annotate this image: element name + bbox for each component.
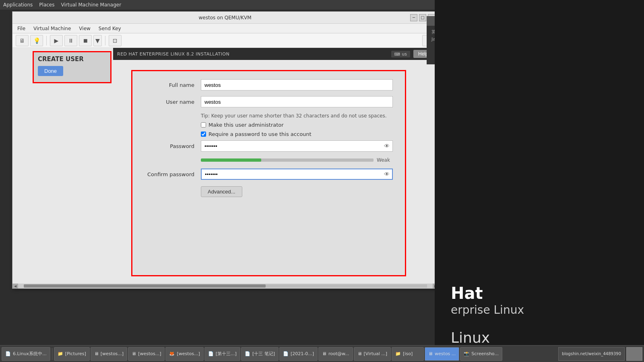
tip-row: Tip: Keep your user name shorter than 32… xyxy=(201,113,393,119)
menu-view[interactable]: View xyxy=(76,25,93,32)
toolbar-display-btn[interactable]: 🖥 xyxy=(16,35,29,46)
taskbar-item-3[interactable]: 🦊 [westos...] xyxy=(165,347,203,361)
taskbar-label-0: [Pictures] xyxy=(65,351,86,356)
taskbar-icon-1: 🖥 xyxy=(94,351,99,356)
rhel-title: RED HAT ENTERPRISE LINUX 8.2 INSTALLATIO… xyxy=(117,51,229,57)
toolbar-separator2 xyxy=(105,36,105,45)
user-name-label: User name xyxy=(144,99,201,105)
confirm-password-input[interactable] xyxy=(201,169,393,180)
strength-bar-fill xyxy=(201,158,261,162)
password-input-wrap: 👁 xyxy=(201,140,393,152)
taskbar-icon-6: 📄 xyxy=(283,351,289,356)
confirm-password-wrap: 👁 xyxy=(201,169,393,180)
rh-linux-text: Linux xyxy=(451,329,490,346)
taskbar-item-7[interactable]: 🖥 root@w... xyxy=(318,347,353,361)
confirm-password-eye-icon[interactable]: 👁 xyxy=(384,171,390,177)
advanced-button[interactable]: Advanced... xyxy=(201,186,242,197)
taskbar-preview[interactable] xyxy=(626,347,642,361)
taskbar-item-10[interactable]: 🖥 westos ... xyxy=(425,347,459,361)
password-label: Password xyxy=(144,143,201,149)
require-password-row: Require a password to use this account xyxy=(201,131,393,137)
taskbar-icon-2: 🖥 xyxy=(132,351,136,356)
scroll-left-arrow[interactable]: ◀ xyxy=(12,284,18,288)
qemu-toolbar: 🖥 💡 ▶ ⏸ ⏹ ▼ ⊡ ✛ xyxy=(12,33,438,48)
taskbar-sidebar-text: 6.Linux系统中... xyxy=(13,351,47,357)
taskbar-label-7: root@w... xyxy=(328,351,349,356)
qemu-title: westos on QEMU/KVM xyxy=(40,15,410,21)
taskbar-right: blogshin.net/weixin_4489390 xyxy=(558,347,642,361)
toolbar-pause-btn[interactable]: ⏸ xyxy=(64,35,77,46)
create-user-section: CREATE USER Done xyxy=(33,51,111,83)
menu-file[interactable]: File xyxy=(14,25,29,32)
taskbar-item-11[interactable]: 📸 Screensho... xyxy=(460,347,502,361)
rh-enterprise-text: erprise Linux xyxy=(451,303,524,317)
taskbar-icon-10: 🖥 xyxy=(428,351,433,356)
toolbar-lamp-btn[interactable]: 💡 xyxy=(30,35,43,46)
taskbar-item-5[interactable]: 📄 [十三 笔记] xyxy=(241,347,279,361)
admin-checkbox-row: Make this user administrator xyxy=(201,122,393,128)
strength-bar-bg xyxy=(201,158,374,162)
taskbar-sidebar-label: 📄 xyxy=(5,351,11,356)
taskbar-item-0[interactable]: 📁 [Pictures] xyxy=(54,347,90,361)
taskbar-label-5: [十三 笔记] xyxy=(252,351,275,357)
taskbar-icon-0: 📁 xyxy=(58,351,63,356)
taskbar: 📄 6.Linux系统中... 📁 [Pictures] 🖥 [westos..… xyxy=(0,345,644,362)
taskbar-label-10: westos ... xyxy=(435,351,456,356)
password-row: Password 👁 xyxy=(144,140,393,152)
places-menu[interactable]: Places xyxy=(39,2,54,8)
scrollbar-track[interactable] xyxy=(24,284,427,288)
system-bar-left: Applications Places Virtual Machine Mana… xyxy=(3,2,121,8)
menu-vm[interactable]: Virtual Machine xyxy=(30,25,74,32)
taskbar-item-sidebar[interactable]: 📄 6.Linux系统中... xyxy=(2,347,50,361)
website-text: blogshin.net/weixin_4489390 xyxy=(562,352,621,356)
taskbar-label-1: [westos...] xyxy=(101,351,124,356)
keyboard-lang: us xyxy=(402,51,407,57)
taskbar-separator xyxy=(52,348,52,360)
taskbar-label-8: [Virtual ...] xyxy=(364,351,388,356)
tip-text: Tip: Keep your user name shorter than 32… xyxy=(201,113,387,119)
scrollbar-thumb[interactable] xyxy=(24,284,266,288)
apps-menu[interactable]: Applications xyxy=(3,2,33,8)
password-input[interactable] xyxy=(201,140,393,152)
taskbar-label-11: Screensho... xyxy=(471,351,499,356)
qemu-window: westos on QEMU/KVM ─ □ ✕ File Virtual Ma… xyxy=(12,11,439,289)
full-name-input[interactable] xyxy=(201,79,393,90)
toolbar-stop-btn[interactable]: ⏹ xyxy=(79,35,92,46)
user-name-row: User name xyxy=(144,96,393,107)
taskbar-icon-9: 📁 xyxy=(395,351,401,356)
toolbar-dropdown-btn[interactable]: ▼ xyxy=(93,35,102,46)
taskbar-item-1[interactable]: 🖥 [westos...] xyxy=(91,347,127,361)
keyboard-indicator[interactable]: ⌨ us xyxy=(391,51,410,58)
minimize-button[interactable]: ─ xyxy=(410,14,417,21)
taskbar-icon-3: 🦊 xyxy=(169,351,175,356)
taskbar-website[interactable]: blogshin.net/weixin_4489390 xyxy=(558,347,625,361)
user-name-input[interactable] xyxy=(201,96,393,107)
confirm-password-row: Confirm password 👁 xyxy=(144,169,393,180)
maximize-button[interactable]: □ xyxy=(419,14,426,21)
taskbar-item-8[interactable]: 🖥 [Virtual ...] xyxy=(354,347,391,361)
strength-label: Weak xyxy=(377,157,393,163)
vmm-menu[interactable]: Virtual Machine Manager xyxy=(61,2,121,8)
taskbar-icon-11: 📸 xyxy=(464,351,469,356)
taskbar-label-9: [iso] xyxy=(403,351,413,356)
toolbar-display2-btn[interactable]: ⊡ xyxy=(109,35,122,46)
scrollbar[interactable]: ◀ ▶ xyxy=(12,284,438,288)
taskbar-item-2[interactable]: 🖥 [westos...] xyxy=(128,347,165,361)
require-password-checkbox[interactable] xyxy=(201,132,206,137)
admin-checkbox[interactable] xyxy=(201,122,206,128)
menu-sendkey[interactable]: Send Key xyxy=(95,25,124,32)
taskbar-icon-8: 🖥 xyxy=(357,351,362,356)
rh-hat-text: Hat xyxy=(451,284,524,303)
taskbar-item-4[interactable]: 📄 [第十三...] xyxy=(204,347,240,361)
toolbar-run-btn[interactable]: ▶ xyxy=(50,35,63,46)
full-name-label: Full name xyxy=(144,82,201,88)
taskbar-icon-7: 🖥 xyxy=(322,351,326,356)
taskbar-item-6[interactable]: 📄 [2021-0...] xyxy=(279,347,318,361)
taskbar-item-9[interactable]: 📁 [iso] xyxy=(392,347,424,361)
form-area: Full name User name Tip: Keep your user … xyxy=(131,70,406,276)
taskbar-icon-4: 📄 xyxy=(208,351,214,356)
password-eye-icon[interactable]: 👁 xyxy=(384,143,390,149)
full-name-row: Full name xyxy=(144,79,393,90)
qemu-titlebar: westos on QEMU/KVM ─ □ ✕ xyxy=(12,12,438,24)
done-button[interactable]: Done xyxy=(38,66,63,76)
